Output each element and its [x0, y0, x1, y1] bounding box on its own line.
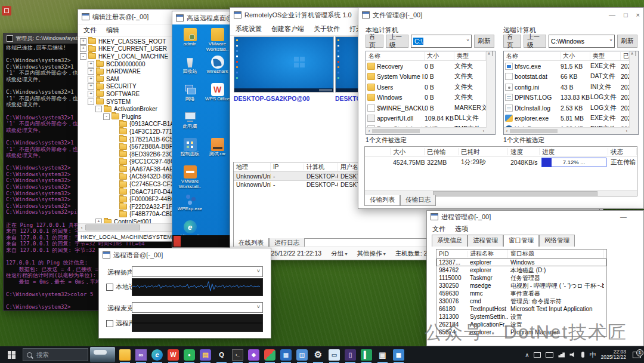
checkbox-icon[interactable]	[106, 320, 113, 327]
vertical-scrollbar[interactable]: ∧	[629, 51, 638, 134]
file-row[interactable]: bootstat.dat 66 KBDAT文件2025	[504, 72, 629, 82]
tray-volume-icon[interactable]	[569, 352, 577, 358]
minimize-icon[interactable]: —	[609, 11, 615, 19]
file-row[interactable]: Windows 0 B文件夹	[366, 93, 486, 103]
process-row[interactable]: 459630mmc事件查看器	[436, 290, 606, 297]
process-row[interactable]: 66180TextInputHostMicrosoft Text Input A…	[436, 305, 606, 313]
close-icon[interactable]: ×	[636, 11, 640, 19]
file-list-header[interactable]: 名称大小类型	[366, 51, 486, 61]
taskbar-app-icon[interactable]: ▍	[358, 346, 374, 363]
file-row[interactable]: DPINST.LOG 133.83 KBLOG文件2025	[504, 93, 629, 103]
menu-item[interactable]: 系统设置	[236, 24, 262, 33]
menu-item[interactable]: 文件	[432, 224, 445, 233]
up-button[interactable]: 上一级	[524, 35, 546, 48]
minimize-icon[interactable]: —	[620, 213, 627, 220]
refresh-button[interactable]: 刷新	[474, 35, 494, 48]
file-row[interactable]: $WINRE_BACKUP... 0 BMARKER文件	[366, 103, 486, 113]
tab[interactable]: 网络管理	[539, 235, 575, 247]
desktop-icon[interactable]: 此电脑	[177, 110, 203, 136]
expander-icon[interactable]: -	[103, 113, 110, 120]
menu-item[interactable]: 创建客户端	[271, 24, 304, 33]
desktop-icon[interactable]: VMware Workstati..	[205, 28, 230, 54]
desktop-icon[interactable]: VMware Workstati..	[177, 165, 203, 191]
process-manager-titlebar[interactable]: 进程管理@[-_00] —	[427, 211, 643, 223]
up-button[interactable]: 上一级	[386, 35, 408, 48]
expander-icon[interactable]: -	[88, 99, 94, 105]
tray-keyboard-icon[interactable]	[546, 352, 553, 358]
checkbox-icon[interactable]	[106, 284, 113, 291]
desktop-icon[interactable]: 控制面板	[177, 138, 203, 164]
transfer-header[interactable]: 大小已传输 已耗时速度 进度状态	[365, 147, 637, 157]
tray-chevron-icon[interactable]: ∧	[525, 352, 529, 358]
refresh-button[interactable]: 刷新	[617, 35, 637, 48]
vertical-scrollbar[interactable]: ∧	[486, 51, 495, 134]
home-button[interactable]: 首页	[503, 35, 521, 48]
process-row[interactable]: 984762explorer本地磁盘 (D:)	[436, 266, 606, 274]
taskbar-app-icon[interactable]: ▭	[326, 346, 342, 363]
file-row[interactable]: appverifUI.dll 109.84 KBDLL文件	[366, 113, 486, 124]
expander-icon[interactable]: +	[88, 61, 94, 67]
expander-icon[interactable]: +	[88, 76, 94, 82]
taskbar-app-icon[interactable]: ⚙	[310, 346, 326, 363]
file-row[interactable]: bfsvc.exe 91.5 KBEXE文件2025	[504, 61, 629, 72]
desktop-icon[interactable]: Wireshark	[205, 56, 230, 81]
expander-icon[interactable]: +	[88, 83, 94, 90]
taskbar-app-icon[interactable]	[262, 346, 278, 363]
taskbar-app-icon[interactable]	[117, 346, 133, 363]
taskbar-app-icon[interactable]: ●	[181, 346, 197, 363]
horizontal-scrollbar[interactable]: ‹›	[504, 127, 630, 134]
search-input[interactable]	[35, 350, 84, 359]
file-row[interactable]: config.ini 43 BINI文件2025	[504, 82, 629, 93]
other-actions-dropdown[interactable]: 其他操作	[357, 250, 385, 258]
machine-thumbnail[interactable]: DESKTOP-GSA2KPO@00	[234, 36, 333, 136]
machine-name[interactable]: DESKTOP-GSA2KPO@00	[234, 95, 333, 102]
taskbar-app-icon[interactable]: ▦	[278, 346, 294, 363]
desktop-icon[interactable]: 网络	[177, 83, 203, 109]
expander-icon[interactable]: -	[80, 53, 86, 60]
expander-icon[interactable]: +	[88, 91, 94, 97]
taskbar-search[interactable]	[23, 348, 88, 361]
voice-titlebar[interactable]: 远程语音@[-_00]	[99, 248, 271, 262]
desktop-icon[interactable]: admin	[177, 28, 203, 54]
group-dropdown[interactable]: 分组	[331, 250, 347, 258]
menu-item[interactable]: 编辑	[106, 26, 119, 35]
taskbar-app-icon[interactable]: W	[165, 346, 181, 363]
taskbar-app-icon[interactable]: ∞	[133, 346, 149, 363]
horizontal-scrollbar[interactable]: ‹›	[366, 127, 487, 134]
file-row[interactable]: System Volume I... 0 B文件夹	[366, 72, 486, 82]
process-row[interactable]: 330250msedge电视剧 - 哔哩哔哩 ( '- ')つロ 干杯~-bil…	[436, 282, 606, 290]
mic-combobox[interactable]	[132, 302, 263, 313]
file-row[interactable]: Recovery 0 B文件夹	[366, 61, 486, 72]
taskbar-app-icon[interactable]: e	[149, 346, 165, 363]
transfer-row[interactable]: 4524.75MB 322MB 1分:29秒 2048KB/s 7.12% ..…	[365, 157, 637, 168]
machine-screen-preview[interactable]	[234, 36, 334, 93]
menu-item[interactable]: 选项	[455, 224, 468, 233]
action-center-icon[interactable]: 1	[633, 352, 641, 358]
remote-path-combobox[interactable]: C:\Windows	[549, 35, 615, 48]
expander-icon[interactable]: +	[80, 45, 86, 52]
file-row[interactable]: DtcInstall.log 2.53 KBLOG文件2025	[504, 103, 629, 113]
ime-indicator[interactable]: 中	[589, 350, 596, 359]
local-path-combobox[interactable]: C:\	[411, 35, 472, 48]
tab[interactable]: 窗口管理	[503, 235, 539, 247]
taskbar-app-icon[interactable]: ▤	[197, 346, 213, 363]
desktop-icon[interactable]: 测试.rar	[205, 138, 230, 164]
tab[interactable]: 系统信息	[432, 235, 467, 247]
desktop-icon[interactable]: WPS Office	[205, 83, 230, 109]
desktop-icon[interactable]: WPExp.exe	[177, 193, 203, 219]
tab[interactable]: 进程管理	[467, 235, 503, 247]
file-row[interactable]: explorer.exe 5.81 MBEXE文件2025	[504, 113, 629, 124]
file-list-header[interactable]: 名称大小类型已修	[504, 51, 629, 61]
menu-item[interactable]: 文件	[83, 26, 97, 35]
taskbar-app-icon[interactable]: Q	[213, 346, 230, 363]
taskbar-app-icon[interactable]: ›_	[230, 346, 246, 363]
tray-network-icon[interactable]	[558, 352, 565, 358]
menu-item[interactable]: 关于软件	[314, 24, 340, 33]
tray-display-icon[interactable]	[534, 352, 541, 358]
expander-icon[interactable]: +	[80, 38, 86, 45]
tab[interactable]: 传输列表	[364, 195, 400, 206]
file-row[interactable]: Users 0 B文件夹	[366, 82, 486, 93]
process-row[interactable]: 12387...explorerWindows	[436, 259, 606, 266]
taskbar-app-icon[interactable]: ◫	[294, 346, 310, 363]
tray-microphone-icon[interactable]	[581, 352, 584, 358]
